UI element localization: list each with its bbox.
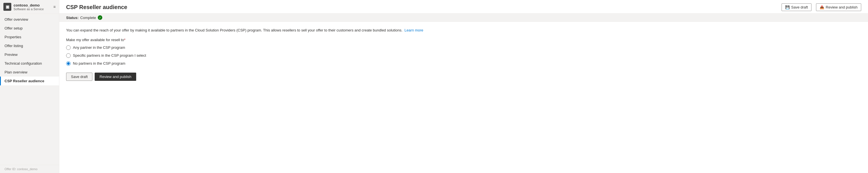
sidebar-item-preview[interactable]: Preview [0, 50, 59, 59]
sidebar: ▣ contoso_demo Software as a Service ≡ O… [0, 0, 59, 173]
radio-any-partner-input[interactable] [66, 45, 71, 50]
save-draft-button[interactable]: 💾 Save draft [781, 3, 811, 11]
expand-icon[interactable]: ≡ [53, 4, 56, 9]
main-content: CSP Reseller audience 💾 Save draft 📤 Rev… [59, 0, 868, 173]
sidebar-item-offer-setup[interactable]: Offer setup [0, 24, 59, 33]
radio-specific-partners-input[interactable] [66, 53, 71, 58]
sidebar-header: ▣ contoso_demo Software as a Service ≡ [0, 0, 59, 14]
required-indicator: * [124, 38, 125, 42]
save-draft-bottom-button[interactable]: Save draft [66, 73, 92, 81]
status-label: Status: [66, 16, 79, 20]
radio-any-partner[interactable]: Any partner in the CSP program [66, 45, 861, 50]
status-bar: Status: Complete ✓ [59, 14, 868, 22]
radio-no-partners[interactable]: No partners in the CSP program [66, 61, 861, 66]
page-header: CSP Reseller audience 💾 Save draft 📤 Rev… [59, 0, 868, 14]
sidebar-item-offer-listing[interactable]: Offer listing [0, 42, 59, 50]
radio-no-partners-input[interactable] [66, 61, 71, 66]
action-bar: Save draft Review and publish [66, 73, 861, 81]
save-icon: 💾 [785, 5, 790, 9]
publish-icon: 📤 [820, 5, 824, 9]
radio-specific-partners[interactable]: Specific partners in the CSP program I s… [66, 53, 861, 58]
app-logo: ▣ [3, 3, 11, 11]
content-area: You can expand the reach of your offer b… [59, 22, 868, 173]
company-subtitle: Software as a Service [13, 7, 44, 11]
status-value: Complete [80, 16, 96, 20]
logo-icon: ▣ [6, 4, 9, 9]
sidebar-item-properties[interactable]: Properties [0, 33, 59, 42]
status-complete-icon: ✓ [98, 15, 102, 20]
sidebar-item-plan-overview[interactable]: Plan overview [0, 68, 59, 77]
review-publish-bottom-button[interactable]: Review and publish [95, 73, 136, 81]
sidebar-nav: Offer overview Offer setup Properties Of… [0, 14, 59, 165]
review-publish-button-header[interactable]: 📤 Review and publish [816, 3, 861, 11]
header-actions: 💾 Save draft 📤 Review and publish [781, 3, 861, 11]
sidebar-item-offer-overview[interactable]: Offer overview [0, 15, 59, 24]
description-text: You can expand the reach of your offer b… [66, 27, 861, 33]
resell-section-label: Make my offer available for resell to* [66, 38, 861, 42]
offer-id-footer: Offer ID: contoso_demo [0, 165, 59, 173]
page-title: CSP Reseller audience [66, 4, 127, 10]
resell-radio-group: Any partner in the CSP program Specific … [66, 45, 861, 66]
sidebar-item-technical-configuration[interactable]: Technical configuration [0, 59, 59, 68]
sidebar-item-csp-reseller-audience[interactable]: CSP Reseller audience [0, 77, 59, 85]
learn-more-link[interactable]: Learn more [405, 28, 423, 32]
company-name: contoso_demo [13, 3, 44, 7]
company-info: contoso_demo Software as a Service [13, 3, 44, 11]
